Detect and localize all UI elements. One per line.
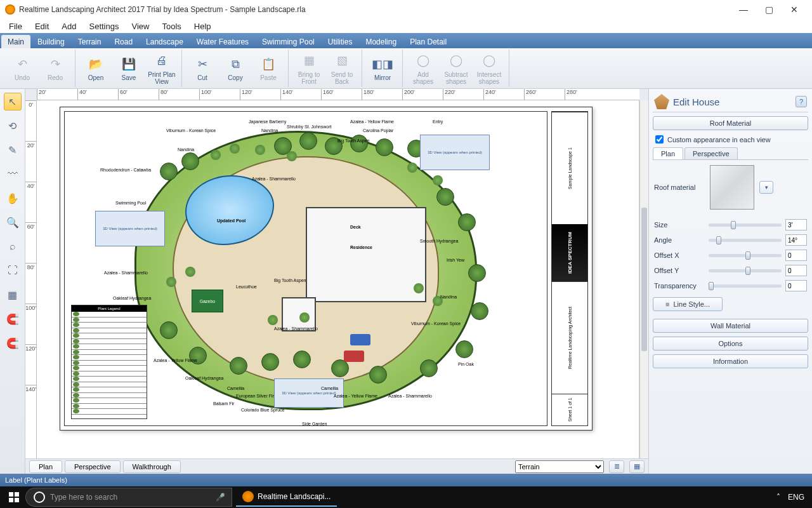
options-button[interactable]: Options bbox=[653, 337, 808, 351]
material-swatch[interactable] bbox=[710, 165, 754, 210]
prop-offset-x-slider[interactable] bbox=[709, 254, 782, 257]
tab-plan-detail[interactable]: Plan Detail bbox=[403, 35, 453, 48]
prop-transparency-slider[interactable] bbox=[709, 284, 782, 288]
taskbar-mic[interactable]: 🎤 bbox=[209, 488, 232, 507]
shrub[interactable] bbox=[287, 151, 297, 161]
plant-label[interactable]: Colorado Blue Spruce bbox=[241, 408, 285, 412]
zoom-extents-tool[interactable]: ⛶ bbox=[4, 262, 22, 279]
tree[interactable] bbox=[369, 366, 387, 384]
plant-label[interactable]: Entry bbox=[433, 119, 443, 124]
menu-edit[interactable]: Edit bbox=[29, 20, 55, 32]
orbit-tool[interactable]: ⟲ bbox=[4, 117, 22, 135]
plant-label[interactable]: Azalea - Yellow Flame bbox=[350, 119, 394, 124]
ribbon-open[interactable]: 📂Open bbox=[80, 50, 112, 87]
tree[interactable] bbox=[160, 163, 178, 180]
3d-view-placeholder[interactable]: 3D View (appears when printed) bbox=[420, 135, 490, 170]
menu-view[interactable]: View bbox=[125, 20, 155, 32]
plant-label[interactable]: Carolina Poplar bbox=[363, 128, 393, 133]
tree[interactable] bbox=[230, 357, 247, 375]
plant-label[interactable]: Irish Yew bbox=[447, 258, 464, 262]
menu-add[interactable]: Add bbox=[55, 20, 82, 32]
prop-angle-slider[interactable] bbox=[709, 239, 782, 242]
plant-label[interactable]: Azalea - Shammarello bbox=[104, 271, 148, 275]
edit-points-tool[interactable]: ✎ bbox=[4, 141, 22, 159]
shrub[interactable] bbox=[211, 150, 221, 160]
plant-label[interactable]: Nandina bbox=[178, 147, 194, 152]
subtab-plan[interactable]: Plan bbox=[653, 147, 683, 159]
plant-label[interactable]: Big Tooth Aspen bbox=[274, 278, 306, 283]
layers-icon[interactable]: ≣ bbox=[609, 460, 624, 473]
snap-angle-tool[interactable]: 🧲 bbox=[4, 334, 22, 352]
plant-label[interactable]: Azalea - Yellow Flame bbox=[154, 358, 197, 363]
plant-label[interactable]: Residence bbox=[350, 245, 372, 250]
select-tool[interactable]: ↖ bbox=[4, 93, 22, 110]
grid-icon[interactable]: ▦ bbox=[629, 460, 645, 473]
tree[interactable] bbox=[436, 188, 454, 206]
prop-transparency-value[interactable] bbox=[785, 280, 807, 291]
shrub[interactable] bbox=[268, 315, 278, 325]
plant-label[interactable]: European Silver Fir bbox=[236, 394, 274, 398]
close-button[interactable]: ✕ bbox=[782, 0, 807, 19]
grid-tool[interactable]: ▦ bbox=[4, 286, 22, 304]
menu-tools[interactable]: Tools bbox=[155, 20, 187, 32]
plant-label[interactable]: Big Tooth Aspen bbox=[337, 138, 369, 143]
tree[interactable] bbox=[471, 302, 488, 320]
prop-size-slider[interactable] bbox=[709, 224, 782, 227]
tab-swimming-pool[interactable]: Swimming Pool bbox=[256, 35, 321, 48]
tab-main[interactable]: Main bbox=[1, 35, 30, 48]
tree[interactable] bbox=[293, 351, 311, 368]
taskbar-search[interactable]: Type here to search bbox=[25, 488, 209, 507]
tab-utilities[interactable]: Utilities bbox=[322, 35, 359, 48]
plant-label[interactable]: Rhododendron - Catawba bbox=[100, 168, 151, 172]
prop-angle-value[interactable] bbox=[785, 234, 807, 246]
plant-label[interactable]: Shrubby St. Johnswort bbox=[287, 124, 331, 129]
shrub[interactable] bbox=[185, 267, 195, 277]
subtab-perspective[interactable]: Perspective bbox=[684, 147, 737, 159]
tab-modeling[interactable]: Modeling bbox=[359, 35, 403, 48]
maximize-button[interactable]: ▢ bbox=[756, 0, 782, 19]
scrollbar-vertical[interactable] bbox=[639, 100, 648, 458]
plant-label[interactable]: Azalea - Yellow Flame bbox=[334, 394, 377, 398]
shrub[interactable] bbox=[299, 312, 310, 323]
tray-caret[interactable]: ˄ bbox=[776, 493, 780, 502]
shrub[interactable] bbox=[433, 175, 443, 185]
custom-appearance-checkbox[interactable]: Custom appearance in each view bbox=[653, 134, 808, 145]
menu-help[interactable]: Help bbox=[188, 20, 218, 32]
prop-offset-x-value[interactable] bbox=[785, 250, 807, 261]
ribbon-save[interactable]: 💾Save bbox=[113, 50, 145, 87]
information-button[interactable]: Information bbox=[653, 354, 808, 368]
prop-offset-y-value[interactable] bbox=[785, 265, 807, 276]
tree[interactable] bbox=[455, 340, 473, 358]
tab-road[interactable]: Road bbox=[108, 35, 139, 48]
tree[interactable] bbox=[350, 135, 368, 152]
view-tab-walkthrough[interactable]: Walkthrough bbox=[123, 460, 181, 473]
plant-label[interactable]: Nandina bbox=[440, 295, 457, 299]
minimize-button[interactable]: — bbox=[731, 0, 756, 19]
plant-label[interactable]: Swimming Pool bbox=[115, 201, 146, 205]
plant-label[interactable]: Deck bbox=[350, 225, 361, 229]
plant-label[interactable]: Updated Pool bbox=[217, 218, 246, 223]
plant-label[interactable]: Azalea - Shammarello bbox=[274, 326, 318, 331]
custom-appearance-input[interactable] bbox=[655, 135, 664, 144]
plant-label[interactable]: Side Garden bbox=[302, 422, 327, 426]
tree[interactable] bbox=[420, 359, 438, 377]
ribbon-cut[interactable]: ✂Cut bbox=[187, 50, 218, 87]
tree[interactable] bbox=[261, 353, 279, 371]
plant-label[interactable]: Oakleaf Hydrangea bbox=[113, 296, 151, 300]
tree[interactable] bbox=[299, 132, 317, 150]
plant-label[interactable]: Azalea - Shammarello bbox=[252, 177, 296, 181]
tree[interactable] bbox=[376, 138, 393, 156]
tray-lang[interactable]: ENG bbox=[788, 493, 804, 502]
shrub[interactable] bbox=[255, 145, 265, 155]
help-button[interactable]: ? bbox=[796, 96, 807, 107]
plant-label[interactable]: Azalea - Shammarello bbox=[388, 394, 432, 398]
tree[interactable] bbox=[331, 359, 349, 377]
plant-label[interactable]: Pin Oak bbox=[458, 362, 474, 366]
plant-label[interactable]: Balsam Fir bbox=[213, 401, 234, 406]
tab-landscape[interactable]: Landscape bbox=[140, 35, 190, 48]
car[interactable] bbox=[350, 334, 370, 345]
prop-size-value[interactable] bbox=[785, 219, 807, 231]
gazebo[interactable]: Gazebo bbox=[192, 290, 223, 312]
ribbon-print-plan-view[interactable]: 🖨Print PlanView bbox=[146, 50, 178, 87]
menu-file[interactable]: File bbox=[3, 20, 29, 32]
